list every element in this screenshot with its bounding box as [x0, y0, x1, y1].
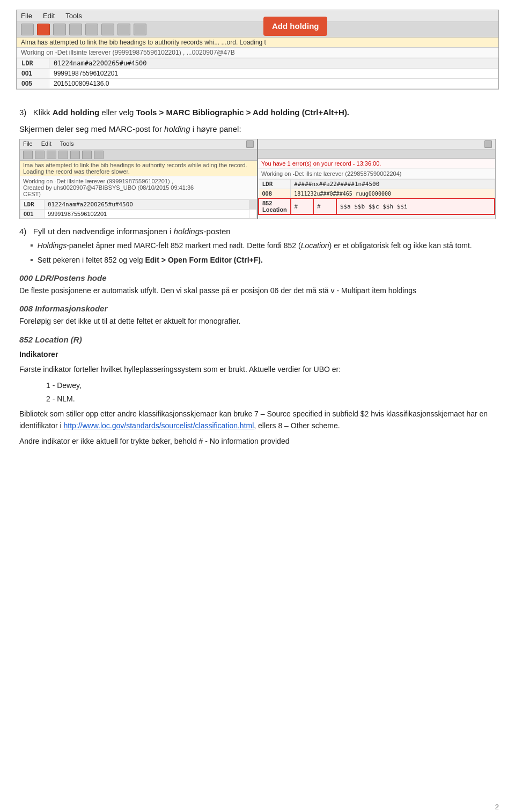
top-working-bar: Working on -Det illsinte lærever (999919… [17, 48, 498, 58]
table-row: 001 999919875596102201 [20, 210, 257, 219]
marc-value: 01224nam#a2200265#u#4500 [49, 58, 498, 69]
split-left-working: Working on -Det illsinte lærever (999919… [20, 176, 257, 199]
marc-value: 999919875596102201 [49, 69, 498, 79]
split-right-panel: You have 1 error(s) on your record - 13:… [258, 139, 495, 219]
bullet-item-2: ▪ Sett pekeren i feltet 852 og velg Edit… [30, 255, 496, 266]
section-852-para3: Andre indikator er ikke aktuell for tryk… [19, 435, 496, 447]
table-row: LDR 01224nam#a2200265#u#4500 [20, 200, 257, 210]
bullet-symbol-1: ▪ [30, 240, 33, 251]
top-info-bar: Alma has attempted to link the bib headi… [17, 38, 498, 48]
split-right-menubar [258, 139, 495, 150]
step-3-text: 3) Klikk Add holding eller velg Tools > … [19, 108, 349, 117]
marc-tag: LDR [20, 200, 45, 210]
menu-tools[interactable]: Tools [65, 12, 82, 20]
marc-scroll [249, 200, 257, 210]
bullet-section: ▪ Holdings-panelet åpner med MARC-felt 8… [30, 240, 496, 266]
split-right-toolbar [258, 150, 495, 159]
list-item-dewey: 1 - Dewey, [46, 379, 496, 392]
bullet-text-1: Holdings-panelet åpner med MARC-felt 852… [38, 240, 472, 251]
marc-value: 1811232u###0###465 ruug0000000 [291, 189, 495, 199]
marc-tag: LDR [17, 58, 49, 69]
split-left-menu-file[interactable]: File [23, 140, 33, 148]
step-3b-line: Skjermen deler seg med MARC-post for hol… [19, 124, 496, 133]
marc-tag: 005 [17, 79, 49, 89]
step-4-line: 4) Fyll ut den nødvendige informasjonen … [19, 227, 496, 236]
section-852-link[interactable]: http://www.loc.gov/standards/sourcelist/… [63, 421, 254, 430]
section-008-heading: 008 Informasjonskoder [19, 304, 496, 313]
split-left-menubar: File Edit Tools [20, 139, 257, 150]
marc-tag: LDR [259, 180, 291, 189]
split-right-working: Working on -Det illsinte lærever (229858… [258, 169, 495, 179]
table-row: LDR #####nx##a22#####1n#4500 [259, 180, 495, 189]
bullet-item-1: ▪ Holdings-panelet åpner med MARC-felt 8… [30, 240, 496, 251]
split-left-toolbar-icon-2[interactable] [35, 151, 45, 159]
section-852-para1: Første indikator forteller hvilket hylle… [19, 363, 496, 375]
marc-value: 999919875596102201 [45, 210, 249, 219]
section-852-para2: Bibliotek som stiller opp etter andre kl… [19, 408, 496, 432]
split-right-error: You have 1 error(s) on your record - 13:… [258, 159, 495, 169]
section-008-para: Foreløpig ser det ikke ut til at dette f… [19, 315, 496, 327]
toolbar-icon-5[interactable] [85, 24, 98, 35]
marc-value: #####nx##a22#####1n#4500 [291, 180, 495, 189]
section-000-heading: 000 LDR/Postens hode [19, 273, 496, 282]
split-left-toolbar-icon-3[interactable] [47, 151, 56, 159]
split-left-marc-table: LDR 01224nam#a2200265#u#4500 001 9999198… [20, 199, 257, 219]
bullet-symbol-2: ▪ [30, 255, 33, 266]
section-852-heading: 852 Location (R) [19, 335, 496, 344]
toolbar-icon-1[interactable] [21, 24, 34, 35]
table-row: 005 20151008094136.0 [17, 79, 498, 89]
main-content: 3) Klikk Add holding eller velg Tools > … [0, 95, 515, 461]
split-left-toolbar [20, 150, 257, 161]
split-left-toolbar-icon-5[interactable] [70, 151, 80, 159]
table-row: LDR 01224nam#a2200265#u#4500 [17, 58, 498, 69]
marc-tag-852: 852 Location [259, 198, 291, 214]
table-row: 001 999919875596102201 [17, 69, 498, 79]
add-holding-popup: Add holding [263, 17, 327, 36]
split-left-info: Ima has attempted to link the bib headin… [20, 161, 257, 176]
split-left-toolbar-icon-6[interactable] [82, 151, 92, 159]
toolbar-icon-4[interactable] [69, 24, 82, 35]
top-menubar: File Edit Tools [17, 10, 498, 22]
section-000-para: De fleste posisjonene er automatisk utfy… [19, 285, 496, 296]
toolbar-icon-save[interactable] [37, 24, 50, 35]
marc-tag: 001 [17, 69, 49, 79]
table-row-852: 852 Location # # $$a $$b $$c $$h $$i [259, 198, 495, 214]
split-left-menu-tools[interactable]: Tools [60, 140, 74, 148]
marc-ind2: # [313, 198, 336, 214]
marc-value: 20151008094136.0 [49, 79, 498, 89]
split-left-toolbar-icon-1[interactable] [23, 151, 33, 159]
bullet-text-2: Sett pekeren i feltet 852 og velg Edit >… [38, 255, 263, 266]
split-screenshot: File Edit Tools Ima has attempted to lin… [19, 139, 496, 219]
toolbar-icon-6[interactable] [101, 24, 114, 35]
section-852-list: 1 - Dewey, 2 - NLM. [46, 379, 496, 406]
split-right-marc-table: LDR #####nx##a22#####1n#4500 008 1811232… [258, 179, 495, 215]
marc-tag: 001 [20, 210, 45, 219]
marc-cell [249, 210, 257, 219]
split-left-toolbar-icon-7[interactable] [94, 151, 104, 159]
page-number: 2 [495, 803, 499, 811]
menu-edit[interactable]: Edit [43, 12, 55, 20]
step-3b-text: Skjermen deler seg med MARC-post for hol… [19, 124, 241, 133]
step-4-text: 4) Fyll ut den nødvendige informasjonen … [19, 227, 231, 236]
top-screenshot: File Edit Tools Add holding Alma has att… [16, 10, 499, 90]
marc-value-852: $$a $$b $$c $$h $$i [336, 198, 495, 214]
marc-tag: 008 [259, 189, 291, 199]
toolbar-icon-8[interactable] [134, 24, 146, 35]
top-marc-table: LDR 01224nam#a2200265#u#4500 001 9999198… [17, 58, 498, 89]
step-3-line: 3) Klikk Add holding eller velg Tools > … [19, 108, 496, 117]
toolbar-icon-3[interactable] [53, 24, 66, 35]
marc-value: 01224nam#a2200265#u#4500 [45, 200, 249, 210]
split-left-toolbar-icon-4[interactable] [58, 151, 68, 159]
menu-file[interactable]: File [21, 12, 32, 20]
list-item-nlm: 2 - NLM. [46, 392, 496, 406]
split-left-icon-right [246, 140, 254, 148]
table-row: 008 1811232u###0###465 ruug0000000 [259, 189, 495, 199]
top-toolbar: Add holding [17, 22, 498, 38]
toolbar-icon-7[interactable] [117, 24, 130, 35]
section-852-indikatorer-heading: Indikatorer [19, 348, 496, 360]
section-852-para2-end: , ellers 8 – Other scheme. [254, 421, 340, 430]
split-left-panel: File Edit Tools Ima has attempted to lin… [20, 139, 258, 219]
split-right-icon [484, 140, 492, 148]
marc-ind1: # [291, 198, 313, 214]
split-left-menu-edit[interactable]: Edit [41, 140, 52, 148]
